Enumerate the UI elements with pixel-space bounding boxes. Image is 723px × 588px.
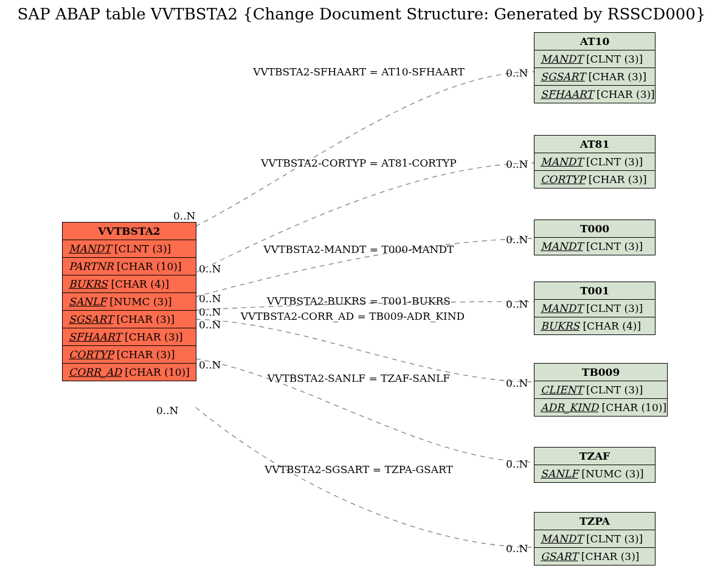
relation-label: VVTBSTA2-CORTYP = AT81-CORTYP — [237, 157, 480, 169]
relation-label: VVTBSTA2-SFHAART = AT10-SFHAART — [237, 66, 480, 78]
field-row: MANDT [CLNT (3)] — [534, 530, 655, 548]
entity-vvtbsta2: VVTBSTA2 MANDT [CLNT (3)] PARTNR [CHAR (… — [62, 222, 196, 381]
entity-tzaf: TZAF SANLF [NUMC (3)] — [534, 447, 656, 483]
field-row: CORR_AD [CHAR (10)] — [63, 364, 196, 381]
cardinality-label: 0..N — [506, 233, 528, 246]
field-row: MANDT [CLNT (3)] — [534, 153, 655, 171]
field-row: PARTNR [CHAR (10)] — [63, 258, 196, 275]
relation-label: VVTBSTA2-BUKRS = T001-BUKRS — [237, 295, 480, 307]
diagram-title: SAP ABAP table VVTBSTA2 {Change Document… — [0, 5, 723, 23]
field-row: SFHAART [CHAR (3)] — [63, 328, 196, 346]
cardinality-label: 0..N — [506, 542, 528, 555]
field-row: BUKRS [CHAR (4)] — [63, 275, 196, 293]
entity-header: TB009 — [534, 364, 667, 381]
field-row: CLIENT [CLNT (3)] — [534, 381, 667, 399]
field-row: SANLF [NUMC (3)] — [63, 293, 196, 311]
field-row: BUKRS [CHAR (4)] — [534, 317, 655, 334]
cardinality-label: 0..N — [506, 298, 528, 310]
cardinality-label: 0..N — [199, 292, 221, 305]
entity-t000: T000 MANDT [CLNT (3)] — [534, 220, 656, 255]
entity-header: TZAF — [534, 448, 655, 465]
field-row: MANDT [CLNT (3)] — [534, 50, 655, 68]
entity-header: TZPA — [534, 513, 655, 530]
entity-at10: AT10 MANDT [CLNT (3)] SGSART [CHAR (3)] … — [534, 32, 656, 103]
field-row: MANDT [CLNT (3)] — [63, 240, 196, 258]
field-row: SGSART [CHAR (3)] — [63, 311, 196, 328]
entity-tzpa: TZPA MANDT [CLNT (3)] GSART [CHAR (3)] — [534, 512, 656, 566]
field-row: SFHAART [CHAR (3)] — [534, 86, 655, 103]
field-row: CORTYP [CHAR (3)] — [63, 346, 196, 364]
relation-label: VVTBSTA2-MANDT = T000-MANDT — [237, 243, 480, 255]
entity-header: AT10 — [534, 33, 655, 50]
cardinality-label: 0..N — [173, 210, 196, 222]
cardinality-label: 0..N — [506, 158, 528, 170]
cardinality-label: 0..N — [199, 263, 221, 275]
cardinality-label: 0..N — [199, 359, 221, 371]
relation-label: VVTBSTA2-SANLF = TZAF-SANLF — [237, 372, 480, 384]
field-row: GSART [CHAR (3)] — [534, 548, 655, 565]
entity-tb009: TB009 CLIENT [CLNT (3)] ADR_KIND [CHAR (… — [534, 363, 668, 417]
entity-header: T001 — [534, 282, 655, 300]
cardinality-label: 0..N — [506, 458, 528, 470]
field-row: SANLF [NUMC (3)] — [534, 465, 655, 482]
entity-at81: AT81 MANDT [CLNT (3)] CORTYP [CHAR (3)] — [534, 135, 656, 189]
cardinality-label: 0..N — [156, 404, 179, 417]
entity-t001: T001 MANDT [CLNT (3)] BUKRS [CHAR (4)] — [534, 282, 656, 335]
cardinality-label: 0..N — [199, 319, 221, 331]
cardinality-label: 0..N — [199, 306, 221, 318]
entity-header: AT81 — [534, 136, 655, 153]
field-row: ADR_KIND [CHAR (10)] — [534, 399, 667, 416]
field-row: CORTYP [CHAR (3)] — [534, 171, 655, 188]
relation-label: VVTBSTA2-SGSART = TZPA-GSART — [237, 463, 480, 476]
entity-header: T000 — [534, 220, 655, 238]
cardinality-label: 0..N — [506, 67, 528, 79]
field-row: MANDT [CLNT (3)] — [534, 300, 655, 317]
cardinality-label: 0..N — [506, 377, 528, 389]
field-row: SGSART [CHAR (3)] — [534, 68, 655, 86]
relation-label: VVTBSTA2-CORR_AD = TB009-ADR_KIND — [219, 310, 486, 322]
entity-header: VVTBSTA2 — [63, 223, 196, 240]
field-row: MANDT [CLNT (3)] — [534, 238, 655, 255]
